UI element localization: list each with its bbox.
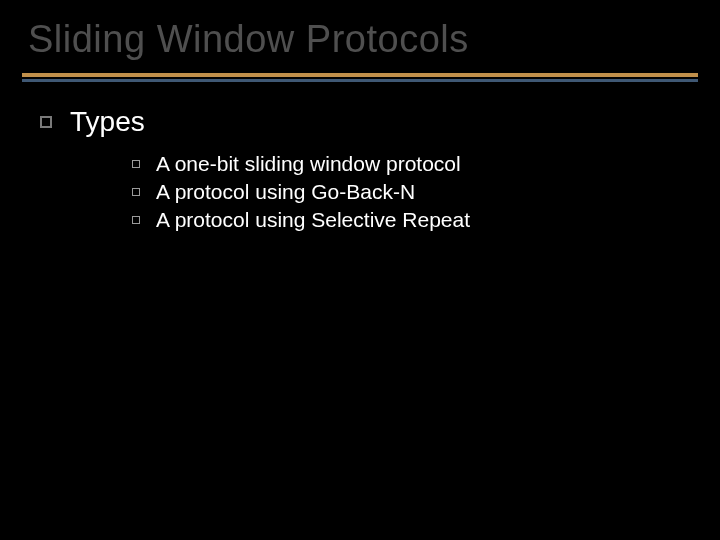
square-bullet-icon [132, 188, 140, 196]
list-item-label: Types [70, 106, 145, 138]
list-item-label: A one-bit sliding window protocol [156, 152, 461, 176]
list-item: A one-bit sliding window protocol [132, 152, 720, 176]
list-item-label: A protocol using Go-Back-N [156, 180, 415, 204]
slide: Sliding Window Protocols Types A one-bit… [0, 0, 720, 540]
slide-title: Sliding Window Protocols [0, 0, 720, 73]
list-item: A protocol using Selective Repeat [132, 208, 720, 232]
list-item-label: A protocol using Selective Repeat [156, 208, 470, 232]
content-area: Types A one-bit sliding window protocol … [0, 82, 720, 232]
square-bullet-icon [132, 216, 140, 224]
sublist: A one-bit sliding window protocol A prot… [40, 152, 720, 232]
square-bullet-icon [40, 116, 52, 128]
square-bullet-icon [132, 160, 140, 168]
divider-top [22, 73, 698, 77]
list-item: Types [40, 106, 720, 138]
divider [0, 73, 720, 82]
list-item: A protocol using Go-Back-N [132, 180, 720, 204]
